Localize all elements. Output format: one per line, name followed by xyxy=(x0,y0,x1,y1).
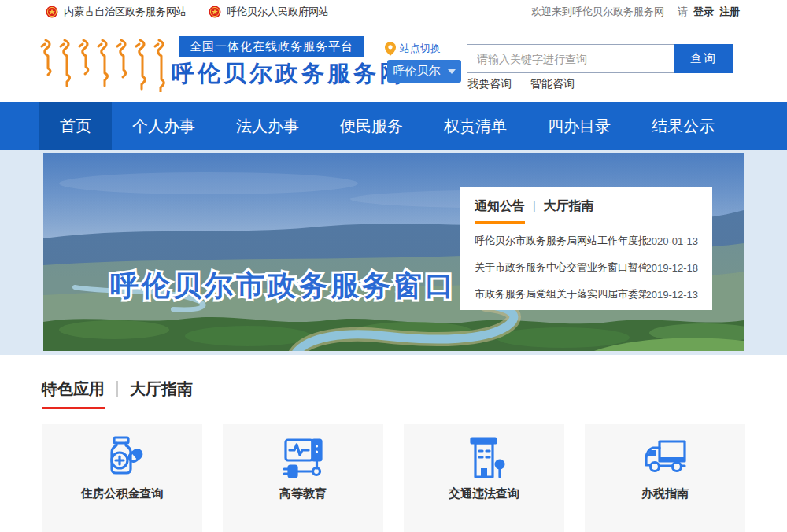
tab-hall-guide[interactable]: 大厅指南 xyxy=(130,379,193,400)
top-bar-links: 内蒙古自治区政务服务网站 呼伦贝尔人民政府网站 xyxy=(46,5,329,19)
hero-banner: 呼伦贝尔市政务服务窗口 通知公告 | 大厅指南 呼伦贝尔市政务服务局网站工作年度… xyxy=(43,153,744,351)
chevron-down-icon xyxy=(448,69,456,74)
hero-band: 呼伦贝尔市政务服务窗口 通知公告 | 大厅指南 呼伦贝尔市政务服务局网站工作年度… xyxy=(0,150,787,355)
notice-title: 呼伦贝尔市政务服务局网站工作年度报... xyxy=(475,234,646,248)
feature-cards: 住房公积金查询 xyxy=(42,424,748,532)
notice-date: 2019-12-13 xyxy=(646,289,699,301)
card-tax-guide[interactable]: 办税指南 xyxy=(585,424,745,532)
notice-tabs: 通知公告 | 大厅指南 xyxy=(475,198,698,224)
tab-featured-apps[interactable]: 特色应用 xyxy=(42,379,105,409)
please-text: 请 xyxy=(678,5,688,19)
notice-item[interactable]: 市政务服务局党组关于落实四届市委第... 2019-12-13 xyxy=(475,287,698,301)
notice-list: 呼伦贝尔市政务服务局网站工作年度报... 2020-01-13 关于市政务服务中… xyxy=(475,234,698,301)
divider xyxy=(116,381,118,397)
site-select-dropdown[interactable]: 呼伦贝尔 xyxy=(387,60,461,83)
notice-date: 2019-12-18 xyxy=(646,262,699,274)
nav-item-home[interactable]: 首页 xyxy=(39,102,112,150)
hero-calligraphy-title: 呼伦贝尔市政务服务窗口 xyxy=(110,269,456,301)
search-button[interactable]: 查询 xyxy=(674,44,733,73)
link-inner-mongolia-gov[interactable]: 内蒙古自治区政务服务网站 xyxy=(46,5,187,19)
site-switch-label: 站点切换 xyxy=(400,42,441,56)
login-link[interactable]: 登录 xyxy=(693,5,714,19)
notice-date: 2020-01-13 xyxy=(646,235,699,247)
nav-item-convenience[interactable]: 便民服务 xyxy=(320,102,423,150)
link-hulunbuir-gov[interactable]: 呼伦贝尔人民政府网站 xyxy=(209,5,329,19)
medicine-bottle-icon xyxy=(42,433,202,482)
national-emblem-icon xyxy=(209,6,221,18)
notice-title: 市政务服务局党组关于落实四届市委第... xyxy=(475,287,646,301)
site-title: 呼伦贝尔政务服务网 xyxy=(172,58,405,90)
site-select-value: 呼伦贝尔 xyxy=(394,64,441,79)
nav-item-power-list[interactable]: 权责清单 xyxy=(423,102,527,150)
mongolian-script-logo xyxy=(38,35,170,92)
nav-item-four-catalog[interactable]: 四办目录 xyxy=(527,102,631,150)
link-label: 内蒙古自治区政务服务网站 xyxy=(64,5,187,19)
smart-consult-link[interactable]: 智能咨询 xyxy=(530,77,575,91)
search-input[interactable] xyxy=(467,44,674,73)
consult-link[interactable]: 我要咨询 xyxy=(467,77,512,91)
tab-divider: | xyxy=(533,199,536,212)
features-section: 特色应用 大厅指南 xyxy=(0,355,787,532)
register-link[interactable]: 注册 xyxy=(719,5,740,19)
site-switch[interactable]: 站点切换 xyxy=(385,42,441,56)
national-emblem-icon xyxy=(46,6,58,18)
card-label: 交通违法查询 xyxy=(404,486,564,501)
main-nav: 首页 个人办事 法人办事 便民服务 权责清单 四办目录 结果公示 xyxy=(0,102,787,150)
top-bar: 内蒙古自治区政务服务网站 呼伦贝尔人民政府网站 欢迎来到呼伦贝尔政务服务网 请 … xyxy=(0,0,787,24)
card-traffic-violation-query[interactable]: 交通违法查询 xyxy=(404,424,564,532)
top-bar-account: 欢迎来到呼伦贝尔政务服务网 请 登录 注册 xyxy=(531,5,740,19)
monitor-device-icon xyxy=(223,433,383,482)
notice-item[interactable]: 关于市政务服务中心交管业务窗口暂停... 2019-12-18 xyxy=(475,260,698,275)
consult-links: 我要咨询 智能咨询 xyxy=(467,77,575,91)
card-housing-fund-query[interactable]: 住房公积金查询 xyxy=(42,424,202,532)
truck-icon xyxy=(585,433,745,482)
location-pin-icon xyxy=(385,42,396,56)
card-label: 住房公积金查询 xyxy=(42,486,202,501)
welcome-text: 欢迎来到呼伦贝尔政务服务网 xyxy=(531,5,664,19)
tab-notices[interactable]: 通知公告 xyxy=(475,198,525,224)
platform-badge: 全国一体化在线政务服务平台 xyxy=(179,36,364,57)
notice-title: 关于市政务服务中心交管业务窗口暂停... xyxy=(475,260,646,275)
features-header: 特色应用 大厅指南 xyxy=(42,379,748,409)
nav-item-legal-person[interactable]: 法人办事 xyxy=(216,102,320,150)
link-label: 呼伦贝尔人民政府网站 xyxy=(227,5,329,19)
nav-item-results[interactable]: 结果公示 xyxy=(631,102,735,150)
notice-panel: 通知公告 | 大厅指南 呼伦贝尔市政务服务局网站工作年度报... 2020-01… xyxy=(460,187,712,310)
tab-hall-guide[interactable]: 大厅指南 xyxy=(544,198,594,221)
card-label: 高等教育 xyxy=(223,486,383,501)
nav-item-personal[interactable]: 个人办事 xyxy=(112,102,216,150)
card-higher-education[interactable]: 高等教育 xyxy=(223,424,383,532)
card-label: 办税指南 xyxy=(585,486,745,501)
header: 全国一体化在线政务服务平台 呼伦贝尔政务服务网 站点切换 呼伦贝尔 查询 我要咨… xyxy=(0,24,787,102)
building-icon xyxy=(404,433,564,482)
page: 内蒙古自治区政务服务网站 呼伦贝尔人民政府网站 欢迎来到呼伦贝尔政务服务网 请 … xyxy=(0,0,787,532)
notice-item[interactable]: 呼伦贝尔市政务服务局网站工作年度报... 2020-01-13 xyxy=(475,234,698,248)
